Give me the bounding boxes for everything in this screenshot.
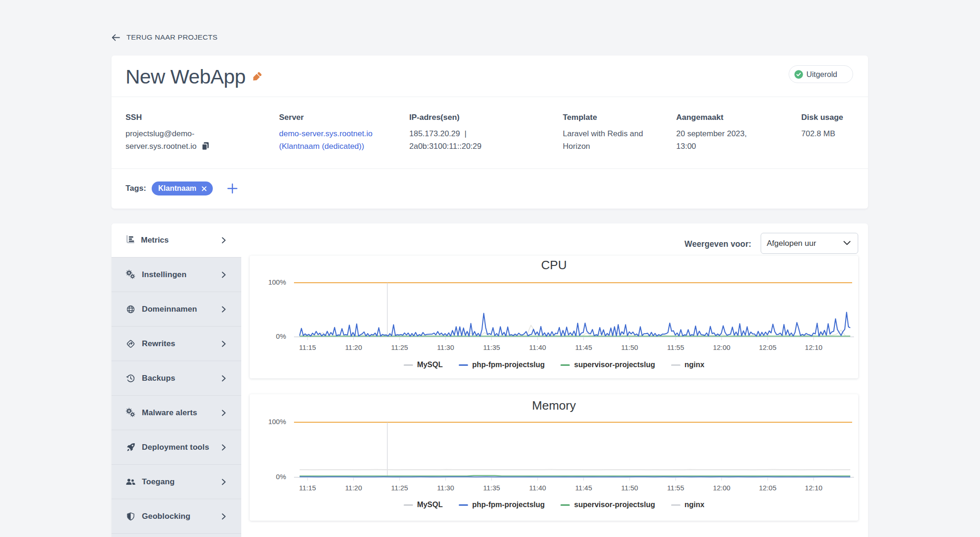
svg-text:0%: 0%	[276, 332, 286, 340]
svg-text:11:55: 11:55	[667, 484, 684, 492]
svg-text:11:35: 11:35	[483, 484, 500, 492]
svg-text:12:00: 12:00	[713, 343, 731, 351]
svg-text:11:15: 11:15	[299, 484, 316, 492]
svg-text:11:45: 11:45	[575, 484, 592, 492]
svg-text:11:20: 11:20	[345, 343, 362, 351]
svg-text:11:50: 11:50	[621, 343, 638, 351]
svg-text:11:35: 11:35	[483, 343, 500, 351]
svg-text:11:20: 11:20	[345, 484, 362, 492]
svg-text:11:45: 11:45	[575, 343, 592, 351]
svg-text:11:55: 11:55	[667, 343, 684, 351]
svg-text:11:40: 11:40	[529, 484, 546, 492]
svg-text:11:30: 11:30	[437, 484, 454, 492]
svg-text:11:50: 11:50	[621, 484, 638, 492]
svg-text:11:25: 11:25	[391, 343, 408, 351]
svg-text:11:25: 11:25	[391, 484, 408, 492]
svg-text:11:30: 11:30	[437, 343, 454, 351]
svg-text:11:40: 11:40	[529, 343, 546, 351]
svg-text:11:15: 11:15	[299, 343, 316, 351]
svg-text:12:00: 12:00	[713, 484, 731, 492]
svg-text:12:10: 12:10	[805, 484, 823, 492]
svg-text:12:05: 12:05	[759, 343, 777, 351]
svg-text:100%: 100%	[268, 418, 286, 425]
svg-text:0%: 0%	[276, 473, 286, 481]
svg-text:12:05: 12:05	[759, 484, 777, 492]
svg-text:100%: 100%	[268, 278, 286, 286]
svg-text:12:10: 12:10	[805, 343, 823, 351]
